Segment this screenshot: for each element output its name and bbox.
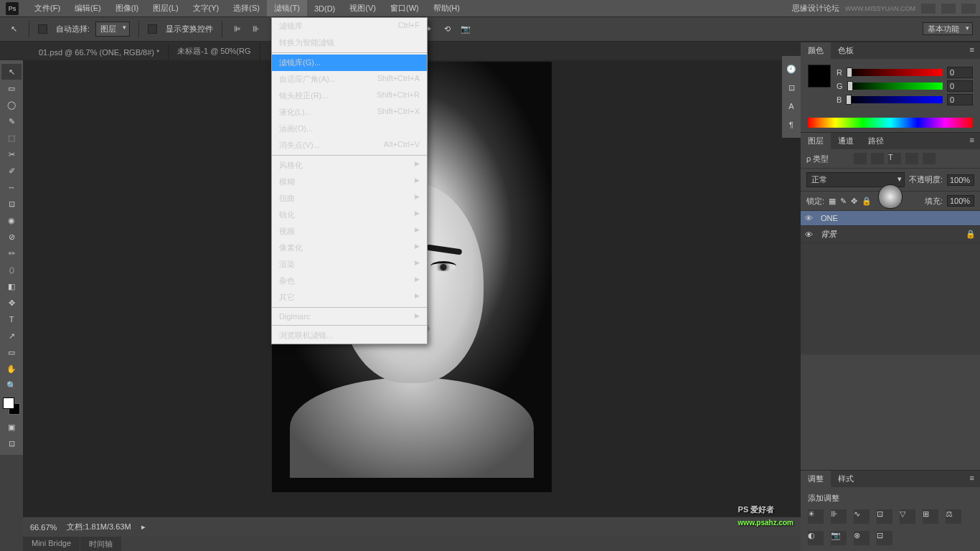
filter-menu-item[interactable]: 风格化▶	[272, 157, 427, 174]
tool-crop[interactable]: ⬚	[1, 130, 22, 146]
g-input[interactable]	[947, 80, 973, 92]
filter-menu-item[interactable]: 扭曲▶	[272, 190, 427, 207]
r-slider[interactable]	[847, 69, 943, 76]
r-input[interactable]	[947, 67, 973, 78]
filter-menu-item[interactable]: 滤镜库Ctrl+F	[272, 18, 427, 34]
foreground-color[interactable]	[3, 397, 14, 409]
menu-type[interactable]: 文字(Y)	[186, 0, 227, 17]
layers-menu-icon[interactable]: ≡	[964, 133, 980, 149]
filter-smart-icon[interactable]	[923, 153, 936, 164]
tool-heal[interactable]: ✐	[1, 163, 22, 179]
visibility-icon[interactable]: 👁	[805, 230, 815, 239]
auto-select-target[interactable]: 图层	[95, 22, 130, 37]
history-icon[interactable]: 🕘	[782, 60, 801, 77]
menu-file[interactable]: 文件(F)	[27, 0, 67, 17]
filter-shape-icon[interactable]	[905, 153, 918, 164]
lock-position-icon[interactable]: ✥	[851, 197, 857, 206]
3d-icon-4[interactable]: ⟲	[440, 23, 453, 36]
tool-eraser[interactable]: ⊘	[1, 229, 22, 245]
menu-filter[interactable]: 滤镜(T)	[267, 0, 307, 17]
tool-lasso[interactable]: ◯	[1, 97, 22, 113]
tab-document-2[interactable]: 未标题-1 @ 50%(RG	[169, 42, 260, 60]
adjust-menu-icon[interactable]: ≡	[964, 471, 980, 487]
b-input[interactable]	[947, 94, 973, 105]
filter-menu-item[interactable]: 渲染▶	[272, 256, 427, 273]
tool-stamp[interactable]: ⊡	[1, 196, 22, 212]
panel-menu-icon[interactable]: ≡	[964, 42, 980, 59]
tab-adjustments[interactable]: 调整	[801, 471, 831, 487]
tab-layers[interactable]: 图层	[801, 133, 831, 149]
tab-color[interactable]: 颜色	[801, 42, 831, 59]
maximize-button[interactable]	[941, 4, 956, 14]
filter-menu-item[interactable]: 杂色▶	[272, 273, 427, 289]
paragraph-icon[interactable]: ¶	[782, 116, 801, 133]
filter-menu-item[interactable]: 像素化▶	[272, 240, 427, 256]
tool-zoom[interactable]: 🔍	[1, 377, 22, 393]
tool-wand[interactable]: ✎	[1, 113, 22, 129]
tool-path[interactable]: ↗	[1, 328, 22, 344]
tab-timeline[interactable]: 时间轴	[80, 537, 121, 551]
zoom-level[interactable]: 66.67%	[30, 523, 57, 532]
layer-name[interactable]: 背景	[821, 229, 837, 240]
menu-layer[interactable]: 图层(L)	[146, 0, 185, 17]
lock-pixel-icon[interactable]: ✎	[840, 197, 847, 206]
filter-menu-item[interactable]: 滤镜库(G)...	[272, 55, 427, 71]
tool-history[interactable]: ◉	[1, 212, 22, 228]
menu-edit[interactable]: 编辑(E)	[67, 0, 108, 17]
balance-icon[interactable]: ⚖	[946, 509, 961, 524]
filter-menu-item[interactable]: 其它▶	[272, 289, 427, 306]
photo-filter-icon[interactable]: 📷	[831, 531, 847, 545]
exposure-icon[interactable]: ⊡	[877, 509, 892, 524]
menu-window[interactable]: 窗口(W)	[383, 0, 426, 17]
b-slider[interactable]	[846, 96, 943, 103]
fill-input[interactable]	[947, 195, 974, 207]
menu-image[interactable]: 图像(I)	[108, 0, 146, 17]
filter-menu-item[interactable]: 浏览联机滤镜...	[272, 327, 427, 344]
bw-icon[interactable]: ◐	[808, 531, 824, 545]
tool-move[interactable]: ↖	[1, 64, 22, 80]
g-slider[interactable]	[847, 83, 943, 90]
3d-icon-5[interactable]: 📷	[459, 23, 472, 36]
align-icon[interactable]: ⊫	[231, 23, 244, 36]
filter-menu-item[interactable]: 镜头校正(R)...Shift+Ctrl+R	[272, 88, 427, 104]
tool-brush[interactable]: ↔	[1, 179, 22, 195]
tool-quickmask[interactable]: ▣	[1, 419, 22, 435]
workspace-select[interactable]: 基本功能	[923, 22, 973, 35]
move-tool-icon[interactable]: ↖	[7, 23, 20, 36]
filter-menu-item[interactable]: 锐化▶	[272, 207, 427, 223]
tab-document-1[interactable]: 01.psd @ 66.7% (ONE, RGB/8#) *	[30, 44, 169, 60]
minimize-button[interactable]	[921, 4, 936, 14]
filter-menu-item[interactable]: Digimarc▶	[272, 309, 427, 324]
tool-shape[interactable]: ▭	[1, 344, 22, 360]
menu-select[interactable]: 选择(S)	[226, 0, 267, 17]
close-button[interactable]	[961, 4, 976, 14]
curves-icon[interactable]: ∿	[854, 509, 870, 524]
lookup-icon[interactable]: ⊡	[877, 531, 892, 545]
filter-pixel-icon[interactable]	[854, 153, 867, 164]
show-transform-checkbox[interactable]	[148, 24, 157, 34]
hue-icon[interactable]: ⊞	[923, 509, 938, 524]
tool-dodge[interactable]: ◧	[1, 278, 22, 294]
tool-pen[interactable]: ✥	[1, 295, 22, 311]
brightness-icon[interactable]: ☀	[808, 509, 824, 524]
color-spectrum[interactable]	[808, 118, 973, 128]
vibrance-icon[interactable]: ▽	[900, 509, 915, 524]
character-icon[interactable]: A	[782, 98, 801, 115]
tool-gradient[interactable]: ✏	[1, 245, 22, 261]
lock-all-icon[interactable]: 🔒	[862, 197, 872, 206]
status-arrow-icon[interactable]: ▸	[141, 522, 146, 532]
mixer-icon[interactable]: ⊗	[854, 531, 870, 545]
properties-icon[interactable]: ⊡	[782, 79, 801, 96]
tool-screenmode[interactable]: ⊡	[1, 435, 22, 451]
tab-paths[interactable]: 路径	[861, 133, 891, 149]
menu-help[interactable]: 帮助(H)	[426, 0, 467, 17]
tab-channels[interactable]: 通道	[831, 133, 861, 149]
tool-hand[interactable]: ✋	[1, 361, 22, 377]
tool-marquee[interactable]: ▭	[1, 80, 22, 96]
tool-text[interactable]: T	[1, 311, 22, 327]
layer-row[interactable]: 👁 ONE	[801, 211, 980, 226]
filter-text-icon[interactable]: T	[888, 153, 901, 164]
layer-row[interactable]: 👁 背景 🔒	[801, 226, 980, 243]
tool-eyedropper[interactable]: ✂	[1, 146, 22, 162]
layer-name[interactable]: ONE	[821, 214, 838, 222]
